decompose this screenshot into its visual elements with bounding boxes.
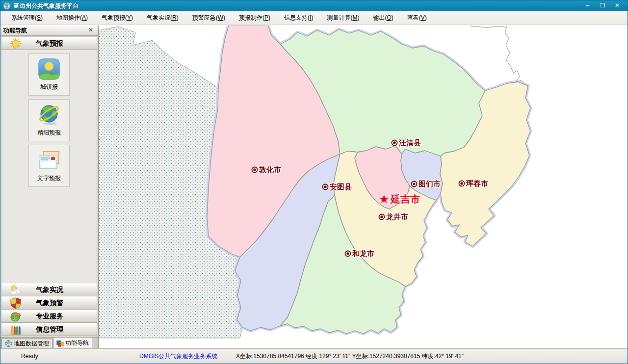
map-view[interactable]: 敦化市汪清县珲春市图们市★延吉市龙井市安图县和龙市 [99,26,628,348]
sidebar-header: 功能导航 ✕ [0,26,98,36]
globe-arrow-icon [9,311,22,322]
pencils-icon [9,324,22,335]
menu-item-O[interactable]: 输出(O) [366,12,400,24]
application-window: 延边州公共气象服务平台 – ❒ ✕ 系统管理(S)地图操作(A)气象预报(Y)气… [0,0,628,364]
section-sun-cloud[interactable]: 气象实况 [1,283,97,296]
capital-star-icon: ★ [379,192,390,206]
text-forecast-icon [37,148,61,173]
section-shield[interactable]: 气象预警 [1,296,97,310]
tile-text-forecast[interactable]: 文字预报 [28,145,70,187]
section-label: 信息管理 [22,325,77,334]
region-name: 和龙市 [352,249,374,258]
sidebar-title: 功能导航 [3,26,87,35]
menu-item-P[interactable]: 预报制作(P) [232,12,277,24]
town-forecast-icon [37,56,61,82]
sidebar: 功能导航 ✕ 气象预报 城镇报精细预报文字预报 气象实况气象预警专业服务信息管理… [0,26,99,348]
region-name: 图们市 [419,180,441,188]
sun-cloud-icon [9,285,22,295]
menu-item-S[interactable]: 系统管理(S) [4,12,50,24]
sidebar-body: 气象预报 城镇报精细预报文字预报 气象实况气象预警专业服务信息管理 [1,36,97,337]
menu-item-W[interactable]: 预警应急(W) [185,12,232,24]
status-system-name: DMGIS公共气象服务业务系统 [139,352,217,361]
menu-item-V[interactable]: 查看(V) [400,12,434,24]
tile-label: 文字预报 [37,174,61,182]
title-bar: 延边州公共气象服务平台 – ❒ ✕ [0,0,628,11]
section-pencils[interactable]: 信息管理 [1,323,97,336]
menu-item-R[interactable]: 气象实况(R) [140,12,185,24]
section-label: 专业服务 [22,312,77,321]
map-label-延吉市: ★延吉市 [379,192,420,206]
tile-label: 城镇报 [40,83,58,91]
sidebar-close-icon[interactable]: ✕ [87,27,95,34]
region-name: 龙井市 [386,212,408,221]
tab-globe[interactable]: 地图数据管理 [1,338,52,348]
sun-icon [9,38,22,49]
section-label: 气象实况 [22,286,77,294]
section-label: 气象预警 [22,299,77,308]
region-name: 延吉市 [390,194,420,205]
window-title: 延边州公共气象服务平台 [14,2,582,10]
sidebar-tab-bar: 地图数据管理功能导航 [0,337,98,348]
maximize-button[interactable]: ❒ [597,2,608,10]
region-name: 汪清县 [398,138,421,147]
menu-item-I[interactable]: 信息支持(I) [277,12,320,24]
tab-window[interactable]: 功能导航 [53,337,92,348]
status-bar: Ready DMGIS公共气象服务业务系统 X坐标:1530785.845417… [0,348,628,364]
tile-label: 精细预报 [37,129,61,137]
menu-bar: 系统管理(S)地图操作(A)气象预报(Y)气象实况(R)预警应急(W)预报制作(… [0,11,628,25]
app-globe-icon [3,2,11,10]
region-name: 珲春市 [466,179,488,187]
menu-item-A[interactable]: 地图操作(A) [50,12,95,24]
tab-window-icon [56,339,64,347]
tab-globe-icon [5,340,12,347]
border-line [470,26,528,86]
menu-item-Y[interactable]: 气象预报(Y) [95,12,140,24]
section-label: 气象预报 [22,39,77,48]
menu-item-M[interactable]: 测量计算(M) [320,12,366,24]
shield-icon [9,298,22,309]
close-button[interactable]: ✕ [612,2,623,10]
section-weather-forecast[interactable]: 气象预报 [1,37,97,50]
status-coordinates: X坐标:1530785.84541796 经度:129° 23′ 11″ Y坐标… [236,352,464,361]
status-ready: Ready [21,353,38,360]
region-name: 敦化市 [259,165,281,174]
region-name: 安图县 [330,182,352,191]
tile-fine-forecast[interactable]: 精细预报 [28,99,70,141]
section-globe-arrow[interactable]: 专业服务 [1,310,97,323]
fine-forecast-icon [37,102,61,128]
tile-town-forecast[interactable]: 城镇报 [28,53,70,96]
minimize-button[interactable]: – [582,2,593,10]
